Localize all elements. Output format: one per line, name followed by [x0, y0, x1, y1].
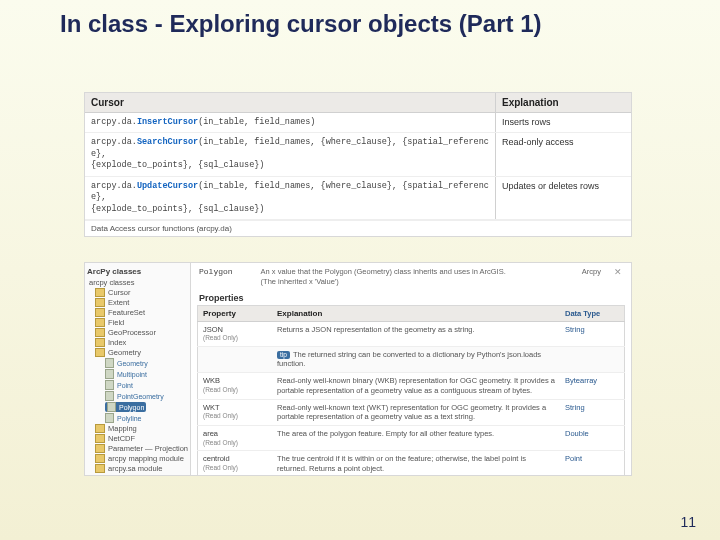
prop-name: centroid	[203, 454, 230, 463]
tree-item[interactable]: arcpy.sa module	[95, 464, 188, 473]
folder-icon	[95, 298, 105, 307]
module-prefix: arcpy.da.	[91, 181, 137, 191]
tree-item-label: Extent	[108, 298, 129, 307]
tree-item[interactable]: NetCDF	[95, 434, 188, 443]
prop-datatype: Bytearray	[560, 373, 625, 400]
tree-item-geometry[interactable]: Geometry	[95, 348, 188, 357]
property-row: area(Read Only) The area of the polygon …	[198, 426, 625, 451]
book-icon	[107, 402, 116, 412]
tree-item[interactable]: Extent	[95, 298, 188, 307]
tree-sub-item[interactable]: PointGeometry	[105, 391, 188, 401]
folder-icon	[95, 464, 105, 473]
folder-icon	[95, 288, 105, 297]
readonly-label: (Read Only)	[203, 464, 267, 472]
content-header: Polygon An x value that the Polygon (Geo…	[191, 263, 631, 291]
module-prefix: arcpy.da.	[91, 137, 137, 147]
cursor-table-header: Cursor Explanation	[85, 93, 631, 113]
tree-sub-item-polygon[interactable]: Polygon	[105, 402, 146, 412]
tree-item[interactable]: Parameter — Projection	[95, 444, 188, 453]
property-row: WKT(Read Only) Read-only well-known text…	[198, 399, 625, 426]
property-row: WKB(Read Only) Read-only well-known bina…	[198, 373, 625, 400]
book-icon	[105, 369, 114, 379]
tip-text: The returned string can be converted to …	[277, 350, 541, 369]
row-explanation: Inserts rows	[495, 113, 631, 132]
cursor-row: arcpy.da.InsertCursor(in_table, field_na…	[85, 113, 631, 133]
tree-item-label: Geometry	[108, 348, 141, 357]
tree-item-label: Polyline	[117, 415, 142, 422]
tree-item[interactable]: arcpy mapping module	[95, 454, 188, 463]
col-header-datatype: Data Type	[560, 305, 625, 321]
cursor-row: arcpy.da.UpdateCursor(in_table, field_na…	[85, 177, 631, 220]
content-pane: Polygon An x value that the Polygon (Geo…	[191, 263, 631, 475]
prop-name: area	[203, 429, 218, 438]
folder-icon	[95, 454, 105, 463]
property-row: centroid(Read Only) The true centroid if…	[198, 451, 625, 475]
tree-item-label: Cursor	[108, 288, 131, 297]
signature-args: (in_table, field_names)	[198, 117, 315, 127]
row-explanation: Updates or deletes rows	[495, 177, 631, 219]
prop-explanation: Read-only well-known binary (WKB) repres…	[272, 373, 560, 400]
readonly-label: (Read Only)	[203, 439, 267, 447]
cursor-table: Cursor Explanation arcpy.da.InsertCursor…	[84, 92, 632, 237]
tree-item-label: Parameter — Projection	[108, 444, 188, 453]
folder-icon	[95, 434, 105, 443]
prop-name: WKT	[203, 403, 220, 412]
prop-explanation: The area of the polygon feature. Empty f…	[272, 426, 560, 451]
tree-sub-item[interactable]: Polyline	[105, 413, 188, 423]
readonly-label: (Read Only)	[203, 412, 267, 420]
tree-item-label: Polygon	[119, 404, 144, 411]
class-name: SearchCursor	[137, 137, 198, 147]
tree-item-label: Geometry	[117, 360, 148, 367]
tree-item[interactable]: Mapping	[95, 424, 188, 433]
close-icon[interactable]: ✕	[613, 267, 623, 277]
signature-args-line2: {explode_to_points}, {sql_clause})	[91, 204, 264, 214]
header-right-label: Arcpy	[582, 267, 601, 276]
tree-item-label: arcpy mapping module	[108, 454, 184, 463]
tree-item[interactable]: FeatureSet	[95, 308, 188, 317]
prop-datatype: String	[560, 321, 625, 346]
tree-item-label: NetCDF	[108, 434, 135, 443]
tree-sub-item[interactable]: Multipoint	[105, 369, 188, 379]
readonly-label: (Read Only)	[203, 334, 267, 342]
tree-item-label: Mapping	[108, 424, 137, 433]
tree-item[interactable]: Field	[95, 318, 188, 327]
help-panel: ArcPy classes arcpy classes Cursor Exten…	[84, 262, 632, 476]
book-icon	[105, 391, 114, 401]
tree-item-label: PointGeometry	[117, 393, 164, 400]
cursor-row: arcpy.da.SearchCursor(in_table, field_na…	[85, 133, 631, 176]
slide-title: In class - Exploring cursor objects (Par…	[60, 10, 541, 38]
cursor-table-footer: Data Access cursor functions (arcpy.da)	[85, 220, 631, 236]
tree-item-label: arcpy.sa module	[108, 464, 162, 473]
prop-explanation: Read-only well-known text (WKT) represen…	[272, 399, 560, 426]
tree-pane[interactable]: ArcPy classes arcpy classes Cursor Exten…	[85, 263, 191, 475]
properties-table: Property Explanation Data Type JSON(Read…	[197, 305, 625, 476]
tree-sub-item[interactable]: Point	[105, 380, 188, 390]
class-name: UpdateCursor	[137, 181, 198, 191]
tree-item[interactable]: Cursor	[95, 288, 188, 297]
prop-explanation: Returns a JSON representation of the geo…	[272, 321, 560, 346]
tree-item-label: Field	[108, 318, 124, 327]
folder-icon	[95, 308, 105, 317]
book-icon	[105, 413, 114, 423]
tree-item-label: Index	[108, 338, 126, 347]
folder-icon	[95, 444, 105, 453]
prop-explanation: The true centroid if it is within or on …	[272, 451, 560, 475]
tree-item-label: Multipoint	[117, 371, 147, 378]
tree-sub-item[interactable]: Geometry	[105, 358, 188, 368]
folder-icon	[95, 424, 105, 433]
folder-icon	[95, 348, 105, 357]
page-number: 11	[680, 514, 696, 530]
prop-datatype: String	[560, 399, 625, 426]
tree-item-label: FeatureSet	[108, 308, 145, 317]
tree-item[interactable]: GeoProcessor	[95, 328, 188, 337]
property-tip-row: tipThe returned string can be converted …	[198, 346, 625, 373]
book-icon	[105, 358, 114, 368]
col-header-explanation: Explanation	[272, 305, 560, 321]
folder-icon	[95, 338, 105, 347]
prop-datatype: Double	[560, 426, 625, 451]
col-header-property: Property	[198, 305, 273, 321]
tree-root: ArcPy classes	[87, 267, 188, 276]
tree-item[interactable]: Index	[95, 338, 188, 347]
content-header-title: Polygon	[199, 267, 233, 276]
col-header-cursor: Cursor	[85, 93, 495, 112]
